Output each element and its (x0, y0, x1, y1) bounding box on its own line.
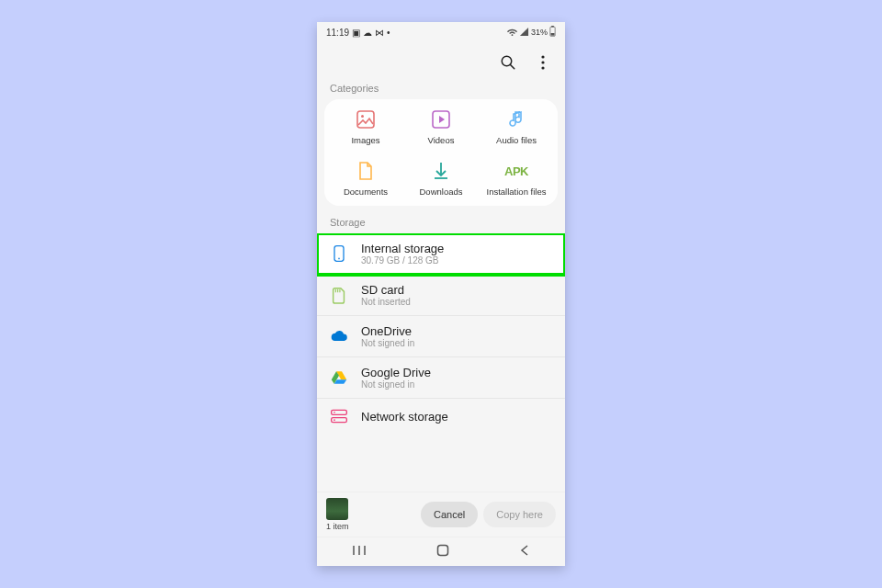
storage-list: Internal storage 30.79 GB / 128 GB SD ca… (317, 233, 565, 492)
category-videos[interactable]: Videos (403, 108, 479, 145)
category-documents[interactable]: Documents (328, 160, 403, 197)
svg-rect-2 (551, 33, 555, 36)
category-label: Audio files (496, 135, 537, 145)
selection-thumbnail (326, 498, 348, 520)
category-downloads[interactable]: Downloads (403, 160, 479, 197)
cancel-button[interactable]: Cancel (421, 502, 478, 527)
svg-point-6 (541, 61, 544, 63)
sdcard-icon (330, 286, 348, 304)
category-label: Downloads (420, 187, 463, 197)
category-label: Images (351, 135, 379, 145)
storage-item-sub: Not signed in (361, 338, 414, 348)
storage-item-title: Internal storage (361, 242, 444, 255)
image-icon (355, 108, 377, 130)
status-time: 11:19 (326, 28, 349, 38)
status-bar: 11:19 ▣ ☁ ⋈ • 31% (317, 22, 565, 42)
onedrive-icon (330, 327, 348, 345)
storage-item-title: SD card (361, 283, 411, 297)
svg-rect-8 (357, 111, 374, 128)
video-icon (430, 108, 452, 130)
svg-point-9 (361, 115, 364, 118)
battery-text: 31% (531, 28, 548, 37)
storage-item-title: Network storage (361, 410, 448, 424)
storage-item-sub: 30.79 GB / 128 GB (361, 255, 444, 266)
status-notif-icon: ▣ (352, 28, 360, 38)
storage-googledrive[interactable]: Google Drive Not signed in (317, 357, 565, 399)
category-audio[interactable]: Audio files (479, 108, 554, 145)
nav-back[interactable] (519, 544, 530, 560)
nav-home[interactable] (436, 544, 449, 560)
status-notif-icon-2: ☁ (363, 28, 372, 38)
storage-onedrive[interactable]: OneDrive Not signed in (317, 316, 565, 357)
svg-point-21 (334, 419, 335, 421)
svg-rect-18 (332, 410, 347, 414)
phone-icon (330, 244, 348, 263)
categories-grid: Images Videos Audio files Documents Down… (324, 99, 558, 206)
storage-sdcard[interactable]: SD card Not inserted (317, 275, 565, 316)
document-icon (355, 160, 377, 182)
svg-rect-25 (438, 545, 448, 555)
storage-section-label: Storage (317, 217, 565, 233)
category-label: Videos (428, 135, 455, 145)
selection-bar: 1 item Cancel Copy here (317, 492, 565, 537)
nav-recents[interactable] (352, 544, 367, 560)
download-icon (430, 160, 452, 182)
signal-icon (519, 27, 529, 39)
category-images[interactable]: Images (328, 108, 403, 145)
apk-icon: APK (505, 160, 527, 182)
svg-point-5 (541, 55, 544, 58)
nav-bar (317, 537, 565, 566)
storage-item-title: Google Drive (361, 366, 431, 379)
googledrive-icon (330, 368, 348, 387)
phone-frame: 11:19 ▣ ☁ ⋈ • 31% Categories (317, 22, 565, 566)
copy-here-button[interactable]: Copy here (483, 502, 556, 527)
network-storage-icon (330, 407, 348, 425)
audio-icon (505, 108, 527, 130)
storage-item-title: OneDrive (361, 324, 414, 338)
more-menu-button[interactable] (534, 53, 552, 72)
search-button[interactable] (499, 53, 517, 72)
storage-item-sub: Not signed in (361, 379, 431, 390)
category-label: Installation files (487, 187, 547, 197)
svg-line-4 (510, 64, 514, 69)
selection-count: 1 item (326, 522, 349, 531)
storage-network[interactable]: Network storage (317, 399, 565, 434)
category-label: Documents (344, 187, 388, 197)
wifi-icon (507, 27, 517, 39)
storage-item-sub: Not inserted (361, 297, 411, 307)
svg-point-14 (338, 258, 340, 260)
svg-rect-1 (551, 26, 554, 27)
app-bar (317, 42, 565, 83)
svg-rect-19 (332, 418, 347, 423)
status-bowtie-icon: ⋈ (375, 28, 384, 38)
category-installation[interactable]: APK Installation files (479, 160, 554, 197)
svg-point-7 (541, 66, 544, 69)
categories-section-label: Categories (317, 83, 565, 99)
battery-icon (549, 26, 556, 39)
selection-indicator[interactable]: 1 item (326, 498, 349, 531)
storage-internal[interactable]: Internal storage 30.79 GB / 128 GB (317, 233, 565, 275)
status-dot-icon: • (387, 28, 390, 38)
svg-point-20 (334, 412, 335, 413)
